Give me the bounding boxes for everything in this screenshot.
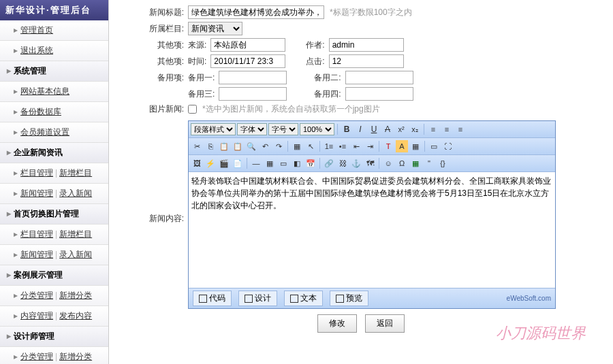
sidebar-link-b[interactable]: 新增分类 [59,352,92,361]
sidebar-link-b[interactable]: 录入新闻 [59,188,92,198]
size-select[interactable]: 字号 [268,123,298,135]
style-select[interactable]: 段落样式 [191,123,236,135]
underline-icon[interactable]: U [368,123,380,135]
sidebar-link-a[interactable]: 分类管理 [20,352,53,361]
italic-icon[interactable]: I [354,123,366,135]
sidebar-link-b[interactable]: 录入新闻 [59,250,92,259]
spare3-label: 备用三: [188,88,215,100]
bgcolor-icon[interactable]: A [396,140,408,152]
redo-icon[interactable]: ↷ [272,140,285,152]
cut-icon[interactable]: ✂ [191,140,203,152]
tablebg-icon[interactable]: ▦ [409,140,422,152]
copy-icon[interactable]: ⎘ [204,140,217,152]
link-icon[interactable]: 🔗 [323,157,335,169]
hits-input[interactable] [329,54,404,68]
select-all-icon[interactable]: ▦ [291,140,303,152]
sidebar-link-b[interactable]: 新增栏目 [59,229,92,239]
bold-icon[interactable]: B [341,123,353,135]
sidebar-group[interactable]: ▸系统管理 [0,61,108,82]
title-label: 新闻标题: [116,7,184,18]
layer-icon[interactable]: ◧ [291,157,303,169]
title-input[interactable] [188,5,324,19]
chevron-icon: ▸ [14,352,18,361]
spare3-input[interactable] [219,87,287,101]
sidebar-link[interactable]: ▸网站基本信息 [0,82,108,102]
fullscreen-icon[interactable]: ⛶ [441,140,454,152]
excel-icon[interactable]: ▦ [409,157,422,169]
cursor-icon[interactable]: ↖ [304,140,317,152]
outdent-icon[interactable]: ⇤ [350,140,362,152]
sidebar-group[interactable]: ▸企业新闻资讯 [0,143,108,163]
editor-content[interactable]: 轻舟装饰联合中国建筑材料联合会、中国国际贸易促进委员会建筑材料分会、全国工商联家… [189,172,555,288]
tab-preview[interactable]: 预览 [330,291,368,306]
align-right-icon[interactable]: ≡ [454,123,467,135]
strike-icon[interactable]: A [381,123,394,135]
indent-icon[interactable]: ⇥ [364,140,376,152]
spare2-input[interactable] [345,71,413,84]
category-select[interactable]: 新闻资讯 [188,22,242,35]
sidebar-link-b[interactable]: 新增栏目 [59,168,92,178]
sidebar-link[interactable]: ▸会员频道设置 [0,122,108,143]
sidebar-group[interactable]: ▸案例展示管理 [0,265,108,286]
sidebar-link-a[interactable]: 新闻管理 [20,250,53,259]
sidebar-group[interactable]: ▸设计师管理 [0,327,108,347]
time-input[interactable] [210,54,285,68]
find-icon[interactable]: 🔍 [245,140,257,152]
form-icon[interactable]: ▭ [277,157,289,169]
font-select[interactable]: 字体 [237,123,267,135]
pic-checkbox[interactable] [188,105,197,114]
fgcolor-icon[interactable]: T [382,140,394,152]
ol-icon[interactable]: 1≡ [323,140,335,152]
time-label: 时间: [188,56,206,67]
align-left-icon[interactable]: ≡ [427,123,439,135]
sidebar-link-b[interactable]: 发布内容 [59,311,92,320]
undo-icon[interactable]: ↶ [259,140,271,152]
sidebar-link-a[interactable]: 栏目管理 [20,168,53,178]
spare4-input[interactable] [345,87,413,101]
tab-design[interactable]: 设计 [238,291,277,306]
zoom-select[interactable]: 100% [300,123,334,135]
char-icon[interactable]: Ω [396,157,408,169]
toggle-icon[interactable]: ▭ [428,140,440,152]
spare1-input[interactable] [219,71,287,84]
tab-text[interactable]: 文本 [284,291,323,306]
sidebar-link-a[interactable]: 新闻管理 [20,188,53,198]
paste-word-icon[interactable]: 📋 [232,140,244,152]
unlink-icon[interactable]: ⛓ [336,157,349,169]
media-icon[interactable]: 🎬 [218,157,230,169]
sidebar-link-a[interactable]: 栏目管理 [20,229,53,239]
sidebar-group[interactable]: ▸首页切换图片管理 [0,204,108,225]
align-center-icon[interactable]: ≡ [441,123,453,135]
chevron-icon: ▸ [7,66,11,76]
tab-code[interactable]: 代码 [193,291,232,306]
image-icon[interactable]: 🖼 [191,157,203,169]
quote-icon[interactable]: " [423,157,435,169]
sidebar-link[interactable]: ▸退出系统 [0,41,108,61]
paste-icon[interactable]: 📋 [218,140,230,152]
hr-icon[interactable]: — [250,157,262,169]
spare1-label: 备用一: [188,72,215,84]
sidebar-link-a[interactable]: 分类管理 [20,291,53,300]
back-button[interactable]: 返回 [365,314,405,333]
modify-button[interactable]: 修改 [317,314,357,333]
flash-icon[interactable]: ⚡ [204,157,217,169]
chevron-icon: ▸ [7,209,11,218]
ul-icon[interactable]: •≡ [336,140,349,152]
table-icon[interactable]: ▦ [264,157,276,169]
anchor-icon[interactable]: ⚓ [350,157,362,169]
file-icon[interactable]: 📄 [232,157,244,169]
pic-hint: *选中为图片新闻，系统会自动获取第一个jpg图片 [202,103,380,115]
sidebar-link[interactable]: ▸备份数据库 [0,102,108,122]
map-icon[interactable]: 🗺 [364,157,376,169]
code-icon[interactable]: {} [437,157,449,169]
source-input[interactable] [210,38,285,52]
author-input[interactable] [329,38,404,52]
date-icon[interactable]: 📅 [304,157,317,169]
sidebar-link[interactable]: ▸管理首页 [0,20,108,41]
sidebar-link-a[interactable]: 内容管理 [20,311,53,320]
sup-icon[interactable]: x² [395,123,407,135]
other2-label: 其他项: [116,56,184,67]
emoji-icon[interactable]: ☺ [382,157,394,169]
sub-icon[interactable]: x₂ [409,123,421,135]
sidebar-link-b[interactable]: 新增分类 [59,291,92,300]
